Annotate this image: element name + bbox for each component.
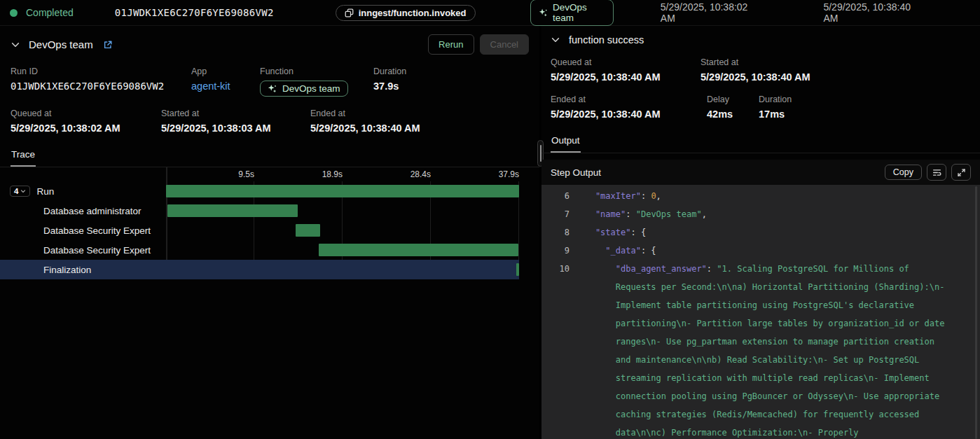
- code-line: 7"name": "DevOps team",: [541, 205, 980, 223]
- step-title: function success: [569, 34, 644, 46]
- ended-at-field: Ended at 5/29/2025, 10:38:40 AM: [310, 109, 529, 134]
- function-badge-meta[interactable]: DevOps team: [260, 81, 348, 97]
- step-title-row[interactable]: function success: [551, 34, 644, 46]
- sparkles-icon: [268, 84, 277, 94]
- copy-icon: [345, 8, 354, 18]
- timeline-tick: 37.9s: [499, 169, 519, 179]
- step-output-header: Step Output Copy: [541, 160, 980, 185]
- line-number: 6: [541, 187, 570, 205]
- app-link[interactable]: agent-kit: [191, 81, 260, 92]
- line-number: 8: [541, 223, 570, 242]
- copy-button[interactable]: Copy: [885, 165, 922, 180]
- run-status: Completed: [10, 7, 74, 18]
- timeline-axis: 9.5s18.9s28.4s37.9s: [0, 167, 539, 181]
- code-line: 6"maxIter": 0,: [541, 187, 980, 205]
- trace-row-finalization[interactable]: Finalization: [0, 260, 519, 279]
- line-number: 10: [541, 260, 570, 439]
- step-queued-at-field: Queued at 5/29/2025, 10:38:40 AM: [551, 57, 701, 83]
- trace-row-label: Database administrator: [43, 206, 142, 216]
- step-ended-at-field: Ended at 5/29/2025, 10:38:40 AM: [551, 95, 707, 120]
- run-id-value: 01JWDK1XE6C270F6YE69086VW2: [11, 81, 191, 92]
- tab-output[interactable]: Output: [551, 132, 581, 153]
- run-title-row[interactable]: DevOps team: [11, 39, 113, 50]
- wrap-text-icon: [932, 168, 941, 177]
- trace-row-label: Database Security Expert: [43, 245, 151, 256]
- step-delay-field: Delay 42ms: [707, 95, 759, 120]
- trace-row-database-security-expert[interactable]: Database Security Expert: [0, 240, 519, 260]
- trace-row-database-security-expert[interactable]: Database Security Expert: [0, 221, 519, 240]
- code-line: 10"dba_agent_answer": "1. Scaling Postgr…: [541, 260, 980, 439]
- expand-button[interactable]: [951, 164, 971, 181]
- timeline-tick: 28.4s: [410, 169, 431, 179]
- chevron-down-icon: [20, 188, 26, 194]
- app-field: App agent-kit: [191, 67, 260, 97]
- queued-timestamp-top: 5/29/2025, 10:38:02 AM: [661, 1, 756, 24]
- run-status-bar: Completed 01JWDK1XE6C270F6YE69086VW2 inn…: [0, 0, 980, 26]
- step-duration-field: Duration 17ms: [759, 95, 971, 120]
- function-badge-top-label: DevOps team: [553, 2, 605, 23]
- function-badge-meta-label: DevOps team: [282, 83, 340, 94]
- step-details-panel: function success Queued at 5/29/2025, 10…: [541, 26, 980, 439]
- output-tabs: Output: [541, 132, 980, 153]
- trace-row-database-administrator[interactable]: Database administrator: [0, 201, 519, 221]
- span-bar[interactable]: [516, 263, 519, 276]
- trace-row-label: Run: [36, 186, 54, 197]
- line-number: 9: [541, 242, 570, 260]
- duration-field: Duration 37.9s: [373, 67, 529, 97]
- step-started-at-field: Started at 5/29/2025, 10:38:40 AM: [701, 57, 971, 83]
- external-link-icon[interactable]: [103, 40, 113, 50]
- timeline-tick: 9.5s: [238, 169, 254, 179]
- trace-timeline: 9.5s18.9s28.4s37.9s 4RunDatabase adminis…: [0, 167, 539, 279]
- function-badge-top[interactable]: DevOps team: [530, 0, 614, 26]
- wrap-text-button[interactable]: [927, 164, 946, 181]
- event-badge-label: inngest/function.invoked: [359, 8, 467, 18]
- code-line: 8"state": {: [541, 223, 980, 242]
- run-details-panel: DevOps team Rerun Cancel Run ID 01JWDK1X…: [0, 26, 539, 439]
- status-label: Completed: [26, 7, 74, 18]
- trace-tabs: Trace: [0, 146, 539, 167]
- sparkles-icon: [539, 8, 548, 18]
- function-field: Function DevOps team: [260, 67, 373, 97]
- span-bar[interactable]: [167, 204, 298, 217]
- started-at-field: Started at 5/29/2025, 10:38:03 AM: [161, 109, 310, 134]
- chevron-down-icon[interactable]: [11, 40, 20, 50]
- run-id-top: 01JWDK1XE6C270F6YE69086VW2: [115, 7, 274, 18]
- cancel-button[interactable]: Cancel: [480, 34, 529, 55]
- child-count-badge[interactable]: 4: [10, 186, 30, 197]
- step-output-title: Step Output: [551, 167, 601, 178]
- trace-row-run[interactable]: 4Run: [0, 181, 519, 201]
- timeline-tick: 18.9s: [322, 169, 343, 179]
- trace-row-label: Finalization: [43, 265, 91, 275]
- chevron-down-icon[interactable]: [551, 35, 560, 45]
- ended-timestamp-top: 5/29/2025, 10:38:40 AM: [823, 1, 918, 24]
- span-bar[interactable]: [296, 224, 320, 237]
- span-bar[interactable]: [319, 244, 518, 256]
- trace-row-label: Database Security Expert: [43, 225, 151, 236]
- run-id-field: Run ID 01JWDK1XE6C270F6YE69086VW2: [11, 67, 191, 97]
- code-scrollbar[interactable]: [975, 186, 977, 439]
- tab-trace[interactable]: Trace: [11, 146, 36, 167]
- rerun-button[interactable]: Rerun: [428, 34, 474, 55]
- run-title: DevOps team: [29, 39, 93, 50]
- span-bar[interactable]: [166, 185, 519, 197]
- step-output-code: 6"maxIter": 0,7"name": "DevOps team",8"s…: [541, 185, 980, 439]
- expand-icon: [957, 168, 966, 177]
- code-line: 9"_data": {: [541, 242, 980, 260]
- duration-value: 37.9s: [373, 81, 529, 92]
- queued-at-field: Queued at 5/29/2025, 10:38:02 AM: [11, 109, 161, 134]
- line-number: 7: [541, 205, 570, 223]
- status-dot-icon: [10, 9, 18, 17]
- event-badge[interactable]: inngest/function.invoked: [336, 5, 476, 21]
